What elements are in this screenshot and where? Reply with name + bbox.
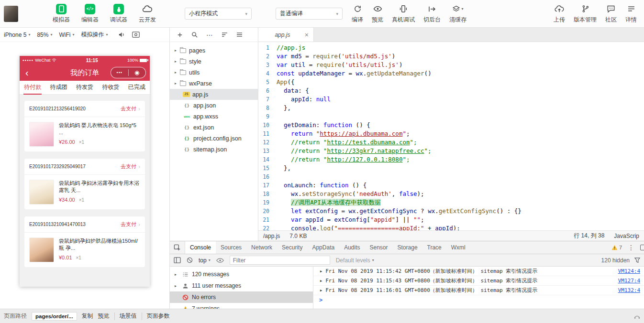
pay-button[interactable]: 去支付 [121, 221, 136, 228]
devtools-tab-appdata[interactable]: AppData [307, 241, 339, 254]
source-link[interactable]: VM124:4 [618, 268, 640, 274]
more-icon[interactable]: ••• [111, 70, 128, 75]
code-line[interactable]: 22 console.log("=================appId:"… [258, 224, 644, 230]
mode-select[interactable]: 小程序模式 ▾ [185, 8, 252, 20]
order-card-body[interactable]: 袋鼠妈妈孕妇护肤品橄榄油150ml/瓶 孕...¥0.01×1 [24, 233, 145, 267]
order-card-body[interactable]: 袋鼠妈妈 婴儿衣物洗衣皂 150g*5 ...¥26.00×1 [24, 117, 145, 151]
tree-folder-style[interactable]: ▸style [170, 56, 258, 67]
devtools-tab-console[interactable]: Console [185, 241, 216, 254]
code-line[interactable]: 18 wx.setStorageSync('needAuth', false); [258, 190, 644, 198]
compile-button[interactable]: 编译 [348, 4, 366, 24]
console-filter-no-errors[interactable]: No errors [170, 291, 313, 303]
preview-button[interactable]: 预览 [368, 4, 387, 24]
screenshot-icon[interactable] [132, 32, 140, 38]
code-line[interactable]: 13 //return "http://33gkr7.natappfree.cc… [258, 147, 644, 155]
code-line[interactable]: 9 [258, 112, 644, 121]
devtools-tab-sensor[interactable]: Sensor [365, 241, 393, 254]
collapse-all-icon[interactable] [236, 32, 243, 37]
new-file-icon[interactable] [177, 32, 183, 38]
code-line[interactable]: 14 //return "http://127.0.0.1:8080"; [258, 155, 644, 164]
device-select[interactable]: iPhone 5 ▾ [4, 32, 30, 38]
pay-button[interactable]: 去支付 [121, 163, 136, 170]
warning-count-badge[interactable]: 7 [611, 245, 622, 250]
scene-value-button[interactable]: 场景值 [120, 312, 137, 320]
inspect-element-icon[interactable] [170, 241, 185, 254]
sort-icon[interactable] [222, 32, 228, 37]
exit-target-icon[interactable]: ◉ [129, 69, 146, 76]
devtools-tab-network[interactable]: Network [246, 241, 277, 254]
console-filter-input[interactable] [230, 256, 330, 265]
devtools-tab-security[interactable]: Security [277, 241, 307, 254]
tree-folder-wxParse[interactable]: ▸wxParse [170, 78, 258, 89]
kebab-menu-icon[interactable]: ⋮ [628, 244, 634, 251]
switch-background-button[interactable]: 切后台 [420, 4, 444, 24]
devtools-tab-sources[interactable]: Sources [216, 241, 246, 254]
zoom-select[interactable]: 85% ▾ [37, 32, 52, 38]
devtools-tab-storage[interactable]: Storage [393, 241, 422, 254]
funnel-icon[interactable] [634, 258, 640, 263]
dock-side-icon[interactable] [640, 245, 644, 250]
console-filter-120-messages[interactable]: ▸120 messages [170, 269, 313, 280]
tree-file-ext.json[interactable]: {}ext.json [170, 122, 258, 133]
clear-cache-button[interactable]: ▾ 清缓存 [446, 4, 470, 24]
source-link[interactable]: VM127:4 [618, 278, 640, 284]
order-tab-1[interactable]: 待付款 [20, 81, 45, 94]
tree-file-project.config.json[interactable]: {}project.config.json [170, 133, 258, 144]
console-filter-7-warnings[interactable]: 7 warnings [170, 303, 313, 309]
code-line[interactable]: 11 return "https://api.dbumama.com"; [258, 129, 644, 138]
console-message[interactable]: ▶Fri Nov 08 2019 11:15:42 GMT+0800（新加坡标准… [313, 267, 644, 276]
code-line[interactable]: 4const updateManager = wx.getUpdateManag… [258, 69, 644, 78]
preview-path-button[interactable]: 预览 [98, 312, 110, 320]
devtools-tab-audits[interactable]: Audits [339, 241, 365, 254]
tree-file-app.wxss[interactable]: wxssapp.wxss [170, 111, 258, 122]
tree-folder-pages[interactable]: ▸pages [170, 45, 258, 56]
page-path-value[interactable]: pages/order/... [32, 312, 77, 321]
tree-file-app.json[interactable]: {}app.json [170, 100, 258, 111]
tree-file-sitemap.json[interactable]: {}sitemap.json [170, 144, 258, 155]
language-mode[interactable]: JavaScrip [614, 233, 639, 239]
order-tab-4[interactable]: 待收货 [98, 81, 123, 94]
console-message[interactable]: ▶Fri Nov 08 2019 11:15:43 GMT+0800（新加坡标准… [313, 276, 644, 286]
cloud-dev-button[interactable]: 云开发 [134, 4, 161, 24]
devtools-tab-wxml[interactable]: Wxml [446, 241, 470, 254]
context-select[interactable]: top ▾ [199, 257, 211, 264]
code-line[interactable]: 15 }, [258, 164, 644, 172]
page-params-button[interactable]: 页面参数 [147, 312, 170, 320]
devtools-tab-trace[interactable]: Trace [422, 241, 446, 254]
code-line[interactable]: 16 [258, 172, 644, 181]
sidebar-toggle-icon[interactable] [174, 257, 181, 263]
code-line[interactable]: 8 }, [258, 104, 644, 112]
code-line[interactable]: 1//app.js [258, 43, 644, 52]
cursor-position[interactable]: 行 14, 列 38 [574, 232, 604, 240]
search-icon[interactable] [191, 32, 198, 38]
code-line[interactable]: 12 //return "http://test.dbumama.com"; [258, 138, 644, 147]
code-line[interactable]: 3var util = require('utils/util.js') [258, 61, 644, 69]
code-line[interactable]: 6 data: { [258, 86, 644, 95]
simulator-toggle-button[interactable]: 模拟器 [48, 4, 75, 24]
code-line[interactable]: 17 onLaunch: function () { [258, 181, 644, 190]
editor-tab-appjs[interactable]: app.js × [258, 28, 314, 42]
editor-toggle-button[interactable]: </> 编辑器 [77, 4, 103, 24]
version-management-button[interactable]: 版本管理 [570, 4, 600, 24]
real-device-debug-button[interactable]: 真机调试 [389, 4, 418, 24]
order-tab-2[interactable]: 待成团 [45, 81, 71, 94]
upload-button[interactable]: 上传 [550, 4, 568, 24]
pay-button[interactable]: 去支付 [121, 105, 136, 112]
code-line[interactable]: 19 //调用API从本地缓存中获取数据 [258, 198, 644, 207]
feedback-icon[interactable] [634, 313, 640, 319]
simulate-action-select[interactable]: 模拟操作 ▾ [81, 31, 108, 39]
code-line[interactable]: 7 appId: null [258, 95, 644, 104]
order-card-body[interactable]: 袋鼠妈妈 孕妇沐浴露孕妇专用木浴露乳 天...¥34.00×1 [24, 175, 145, 209]
code-line[interactable]: 20 let extConfig = wx.getExtConfigSync ?… [258, 207, 644, 215]
source-link[interactable]: VM132:4 [618, 287, 640, 293]
details-button[interactable]: 详情 [622, 4, 640, 24]
code-line[interactable]: 21 var appId = extConfig["appid"] || ""; [258, 215, 644, 224]
network-select[interactable]: WiFi ▾ [59, 32, 74, 38]
copy-path-button[interactable]: 复制 [82, 312, 93, 320]
user-avatar[interactable] [4, 6, 18, 22]
eye-icon[interactable] [216, 258, 224, 263]
tree-file-app.js[interactable]: JSapp.js [170, 89, 258, 100]
code-line[interactable]: 5App({ [258, 78, 644, 86]
more-options-icon[interactable]: ⋯ [206, 31, 213, 39]
console-filter-111-user-messages[interactable]: ▸111 user messages [170, 280, 313, 291]
